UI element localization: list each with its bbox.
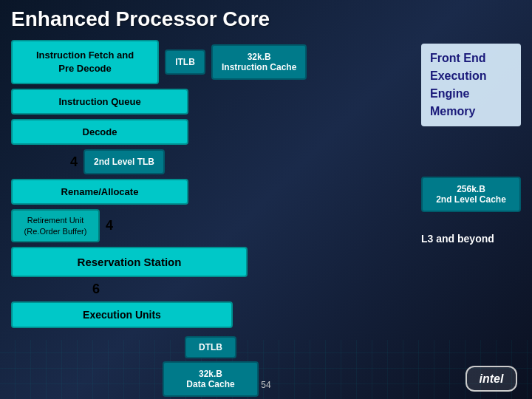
- dtlb-box: DTLB: [185, 336, 236, 358]
- main-container: Enhanced Processor Core Instruction Fetc…: [0, 0, 532, 399]
- number-4b-badge: 4: [106, 218, 113, 233]
- bottom-cache-section: DTLB 32k.B Data Cache: [11, 336, 410, 397]
- level2-cache-section: 256k.B 2nd Level Cache: [421, 177, 521, 212]
- number-4a-badge: 4: [70, 154, 78, 170]
- decode-box: Decode: [11, 119, 188, 145]
- instruction-cache-box: 32k.B Instruction Cache: [211, 44, 307, 80]
- retirement-line1: Retirement Unit: [27, 216, 83, 225]
- page-title: Enhanced Processor Core: [11, 7, 521, 31]
- page-number: 54: [261, 380, 270, 390]
- number-6-badge: 6: [92, 282, 410, 297]
- intel-logo-text: intel: [480, 372, 504, 386]
- level2-cache-label: 2nd Level Cache: [436, 194, 506, 205]
- decode-lower-row: 4 2nd Level TLB: [11, 149, 410, 174]
- retirement-unit-box: Retirement Unit (Re.Order Buffer): [11, 209, 100, 242]
- instruction-fetch-box: Instruction Fetch and Pre Decode: [11, 40, 159, 84]
- instruction-fetch-line1: Instruction Fetch and: [36, 50, 134, 61]
- right-panel: Front End Execution Engine Memory 256k.B…: [421, 40, 521, 380]
- data-cache-label: Data Cache: [186, 379, 234, 389]
- retirement-line2: (Re.Order Buffer): [24, 227, 87, 236]
- reservation-station-box: Reservation Station: [11, 247, 248, 277]
- level2-cache-box: 256k.B 2nd Level Cache: [421, 177, 521, 212]
- content-area: Instruction Fetch and Pre Decode ITLB 32…: [11, 40, 521, 380]
- l3-label: L3 and beyond: [421, 233, 521, 245]
- itlb-box: ITLB: [165, 50, 205, 75]
- left-panel: Instruction Fetch and Pre Decode ITLB 32…: [11, 40, 410, 380]
- front-end-label: Front End Execution Engine Memory: [430, 50, 512, 120]
- data-cache-box: 32k.B Data Cache: [163, 361, 259, 397]
- data-cache-size: 32k.B: [199, 369, 222, 379]
- instruction-queue-box: Instruction Queue: [11, 89, 188, 115]
- execution-units-box: Execution Units: [11, 301, 233, 328]
- instruction-cache-size: 32k.B: [248, 52, 271, 62]
- instruction-fetch-line2: Pre Decode: [58, 63, 112, 74]
- front-end-labels: Front End Execution Engine Memory: [421, 44, 521, 126]
- itlb-label: ITLB: [175, 57, 195, 67]
- l3-label-section: L3 and beyond: [421, 229, 521, 245]
- second-level-tlb-box: 2nd Level TLB: [83, 149, 165, 174]
- intel-logo: intel: [466, 366, 517, 392]
- retirement-row: Retirement Unit (Re.Order Buffer) 4: [11, 209, 410, 242]
- level2-cache-size: 256k.B: [457, 184, 485, 194]
- top-row: Instruction Fetch and Pre Decode ITLB 32…: [11, 40, 410, 84]
- instruction-cache-label: Instruction Cache: [222, 62, 296, 72]
- rename-box: Rename/Allocate: [11, 179, 188, 205]
